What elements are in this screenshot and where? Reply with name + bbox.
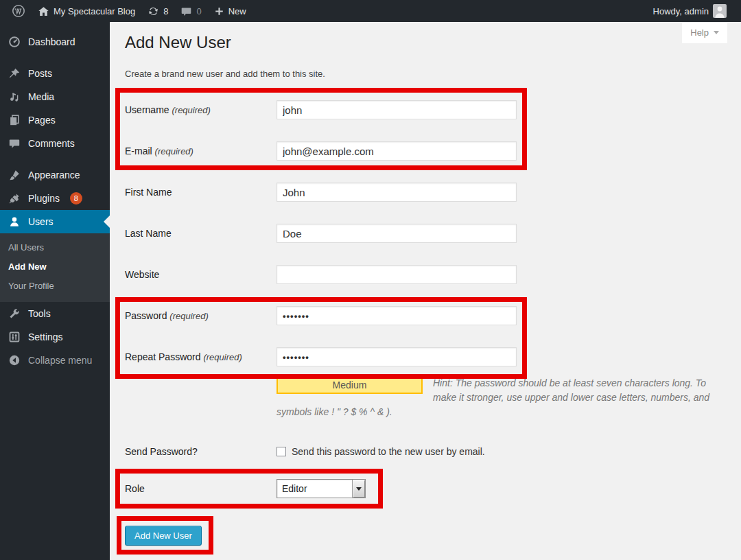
plus-icon [214, 6, 224, 16]
last-name-input[interactable] [277, 224, 517, 243]
website-input[interactable] [277, 265, 517, 284]
new-label: New [228, 6, 246, 16]
update-icon [148, 5, 159, 17]
sidebar-item-tools[interactable]: Tools [0, 302, 110, 325]
password-input[interactable] [277, 306, 517, 325]
repeat-password-row: Repeat Password (required) [125, 347, 729, 367]
last-name-label: Last Name [125, 224, 277, 243]
chevron-down-icon [356, 487, 362, 491]
last-name-row: Last Name [125, 224, 729, 243]
website-label: Website [125, 265, 277, 284]
submenu-item-your-profile[interactable]: Your Profile [0, 277, 110, 296]
submenu-item-add-new[interactable]: Add New [0, 257, 110, 277]
password-label: Password (required) [125, 306, 277, 326]
plugin-update-badge: 8 [70, 192, 82, 205]
sidebar-item-pages[interactable]: Pages [0, 108, 110, 132]
sidebar-item-appearance[interactable]: Appearance [0, 163, 110, 187]
email-label: E-mail (required) [125, 141, 277, 161]
sidebar-item-plugins[interactable]: Plugins 8 [0, 187, 110, 210]
password-strength-area: Medium Hint: The password should be at l… [277, 376, 711, 419]
send-password-row: Send Password? Send this password to the… [125, 446, 729, 457]
role-selected-value: Editor [277, 480, 352, 498]
tools-icon [7, 307, 22, 320]
username-label: Username (required) [125, 100, 277, 120]
page-title: Add New User [125, 33, 231, 52]
users-icon [7, 215, 22, 228]
select-dropdown-button[interactable] [352, 480, 365, 498]
submenu-item-all-users[interactable]: All Users [0, 238, 110, 257]
first-name-input[interactable] [277, 183, 517, 202]
comment-icon [7, 137, 22, 150]
collapse-icon [7, 354, 22, 366]
pushpin-icon [7, 67, 22, 80]
dashboard-icon [7, 36, 22, 48]
website-row: Website [125, 265, 729, 284]
sidebar-item-label: Users [28, 216, 54, 227]
sidebar-item-settings[interactable]: Settings [0, 325, 110, 349]
sidebar-item-comments[interactable]: Comments [0, 132, 110, 155]
add-user-form: Username (required) E-mail (required) Fi… [125, 100, 729, 560]
send-password-checkbox-label: Send this password to the new user by em… [292, 446, 485, 457]
send-password-checkbox[interactable] [277, 447, 286, 456]
sidebar-item-label: Plugins [28, 193, 60, 204]
media-icon [7, 91, 22, 103]
required-note: (required) [155, 146, 193, 156]
email-row: E-mail (required) [125, 141, 729, 161]
chevron-down-icon [714, 31, 719, 34]
password-row: Password (required) [125, 306, 729, 326]
new-content-menu[interactable]: New [208, 0, 252, 22]
first-name-row: First Name [125, 183, 729, 202]
submit-row: Add New User [125, 526, 729, 546]
send-password-option: Send this password to the new user by em… [277, 446, 485, 457]
username-row: Username (required) [125, 100, 729, 120]
sidebar-item-posts[interactable]: Posts [0, 62, 110, 85]
sidebar-item-dashboard[interactable]: Dashboard [0, 30, 110, 54]
site-name: My Spectacular Blog [54, 6, 135, 16]
sidebar-item-label: Comments [28, 138, 75, 149]
wordpress-menu[interactable] [5, 0, 32, 22]
required-note: (required) [172, 105, 210, 115]
required-note: (required) [203, 352, 242, 362]
sidebar-item-media[interactable]: Media [0, 85, 110, 108]
sidebar-item-label: Pages [28, 115, 56, 126]
users-submenu: All Users Add New Your Profile [0, 233, 110, 302]
comment-bubble-icon [180, 5, 192, 17]
help-label: Help [690, 27, 709, 38]
avatar [713, 4, 727, 18]
account-menu[interactable]: Howdy, admin [647, 0, 733, 22]
sidebar-item-label: Appearance [28, 170, 80, 180]
required-note: (required) [169, 311, 208, 321]
role-select[interactable]: Editor [277, 479, 366, 498]
site-menu[interactable]: My Spectacular Blog [32, 0, 141, 22]
comments-menu[interactable]: 0 [174, 0, 207, 22]
update-count: 8 [163, 6, 168, 16]
help-button[interactable]: Help [682, 22, 727, 43]
home-icon [38, 5, 49, 17]
sidebar-item-collapse-menu[interactable]: Collapse menu [0, 349, 110, 372]
send-password-label: Send Password? [125, 446, 277, 457]
appearance-icon [7, 169, 22, 181]
active-item-arrow [104, 215, 110, 228]
admin-sidebar: Dashboard Posts Media Pages [0, 22, 110, 560]
email-input[interactable] [277, 141, 517, 161]
plugin-icon [7, 192, 22, 205]
sidebar-item-label: Media [28, 91, 54, 102]
howdy-text: Howdy, admin [653, 6, 709, 16]
sidebar-item-label: Tools [28, 308, 51, 319]
password-strength-meter: Medium [277, 376, 423, 394]
sidebar-item-label: Settings [28, 331, 63, 342]
role-label: Role [125, 479, 277, 498]
repeat-password-input[interactable] [277, 347, 517, 366]
wordpress-logo-icon [12, 4, 25, 18]
sidebar-item-label: Dashboard [28, 36, 75, 47]
sidebar-item-label: Collapse menu [28, 355, 92, 366]
add-new-user-button[interactable]: Add New User [125, 526, 202, 546]
repeat-password-label: Repeat Password (required) [125, 347, 277, 367]
page-subtitle: Create a brand new user and add them to … [125, 69, 325, 79]
updates-menu[interactable]: 8 [141, 0, 174, 22]
username-input[interactable] [277, 100, 517, 119]
admin-bar: My Spectacular Blog 8 0 New Howdy, admin [0, 0, 741, 22]
main-content: Help Add New User Create a brand new use… [110, 22, 741, 560]
sidebar-item-users[interactable]: Users [0, 210, 110, 233]
role-row: Role Editor [125, 479, 729, 498]
